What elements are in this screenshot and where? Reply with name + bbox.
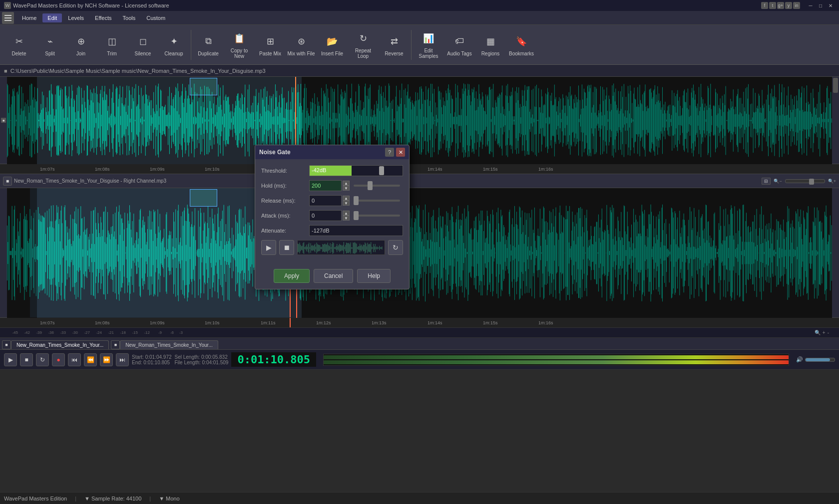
audio-tags-button[interactable]: 🏷 Audio Tags [444, 27, 474, 63]
release-slider-track[interactable] [354, 200, 400, 202]
help-button[interactable]: Help [357, 269, 391, 283]
menu-custom[interactable]: Custom [141, 13, 170, 22]
app-icon: W [4, 2, 11, 9]
reverse-button[interactable]: ⇄ Reverse [379, 27, 409, 63]
social-icon-4[interactable]: y [785, 2, 792, 9]
tab-2[interactable]: New_Roman_Times_Smoke_In_Your... [120, 340, 218, 349]
preview-loop-btn[interactable]: ↻ [388, 240, 403, 255]
next-button[interactable]: ⏭ [116, 353, 129, 366]
stop-button[interactable]: ■ [20, 353, 33, 366]
dialog-help-btn[interactable]: ? [385, 148, 394, 157]
menu-effects[interactable]: Effects [90, 13, 116, 22]
zoom-minus-btn[interactable]: - [828, 330, 829, 335]
attack-slider-track[interactable] [354, 215, 400, 217]
hamburger-menu[interactable] [2, 12, 14, 24]
attack-up-btn[interactable]: ▲ [343, 211, 350, 216]
preview-row: ▶ ⏹ ↻ [261, 240, 403, 255]
maximize-button[interactable]: □ [816, 2, 825, 9]
split-button[interactable]: ⌁ Split [35, 27, 65, 63]
repeat-loop-label: Repeat Loop [349, 48, 377, 59]
close-window-button[interactable]: ✕ [826, 2, 835, 9]
regions-button[interactable]: ▦ Regions [475, 27, 505, 63]
cleanup-button[interactable]: ✦ Cleanup [159, 27, 189, 63]
hold-slider-handle[interactable] [368, 181, 373, 190]
toolbar2-right: ⊟ 🔍− 🔍+ [762, 178, 836, 185]
release-up-btn[interactable]: ▲ [343, 196, 350, 201]
release-input-area: ▲ ▼ [309, 195, 403, 206]
social-icon-3[interactable]: g+ [777, 2, 784, 9]
menu-tools[interactable]: Tools [118, 13, 141, 22]
duplicate-icon: ⧉ [200, 33, 216, 49]
duplicate-button[interactable]: ⧉ Duplicate [193, 27, 223, 63]
track1-thumbnail[interactable] [190, 78, 217, 95]
mix-with-file-button[interactable]: ⊛ Mix with File [286, 27, 316, 63]
attenuate-input-area [309, 225, 403, 236]
attenuate-input[interactable] [312, 228, 392, 234]
threshold-bar[interactable]: -42dB [309, 165, 403, 176]
attack-input[interactable] [312, 213, 334, 219]
tab-1[interactable]: New_Roman_Times_Smoke_In_Your... [11, 340, 109, 349]
track2-side [0, 188, 7, 317]
trim-button[interactable]: ◫ Trim [97, 27, 127, 63]
track1-side: ■ [0, 77, 7, 164]
zoom-plus-btn[interactable]: + [823, 330, 826, 335]
copy-to-new-button[interactable]: 📋 Copy to New [224, 27, 254, 63]
fast-forward-button[interactable]: ⏩ [100, 353, 113, 366]
preview-play-btn[interactable]: ▶ [261, 240, 276, 255]
silence-button[interactable]: ◻ Silence [128, 27, 158, 63]
paste-mix-button[interactable]: ⊞ Paste Mix [255, 27, 285, 63]
volume-slider[interactable] [805, 358, 835, 362]
hold-input[interactable] [312, 183, 334, 189]
edit-samples-button[interactable]: 📊 Edit Samples [414, 27, 443, 63]
split-label: Split [45, 51, 54, 56]
dialog-titlebar[interactable]: Noise Gate ? ✕ [255, 145, 409, 159]
delete-icon: ✂ [11, 33, 27, 49]
zoom-out-btn[interactable]: 🔍 [815, 330, 821, 335]
track1-vscroll[interactable] [832, 77, 839, 164]
bookmarks-button[interactable]: 🔖 Bookmarks [506, 27, 536, 63]
zoom-slider[interactable] [785, 179, 825, 183]
threshold-slider-handle[interactable] [379, 166, 384, 175]
apply-button[interactable]: Apply [274, 269, 310, 283]
hold-up-btn[interactable]: ▲ [343, 181, 350, 186]
loop-button[interactable]: ↻ [36, 353, 49, 366]
delete-button[interactable]: ✂ Delete [4, 27, 34, 63]
hold-slider-track[interactable] [354, 185, 400, 187]
hold-down-btn[interactable]: ▼ [343, 186, 350, 191]
menu-home[interactable]: Home [17, 13, 41, 22]
track2-vscroll[interactable] [832, 188, 839, 317]
track2-icon-btn[interactable]: ■ [3, 177, 12, 186]
tab-icon-btn[interactable]: ■ [2, 340, 11, 349]
release-input[interactable] [312, 198, 334, 204]
menu-edit[interactable]: Edit [42, 13, 62, 22]
preview-stop-btn[interactable]: ⏹ [279, 240, 294, 255]
tab2-icon-btn[interactable]: ■ [111, 340, 120, 349]
zoom-fit-btn[interactable]: ⊟ [762, 178, 771, 185]
attack-slider-handle[interactable] [354, 211, 359, 220]
social-icon-2[interactable]: t [769, 2, 776, 9]
social-icon-1[interactable]: f [761, 2, 768, 9]
toolbar: ✂ Delete ⌁ Split ⊕ Join ◫ Trim ◻ Silence… [0, 25, 839, 65]
track2-name: New_Roman_Times_Smoke_In_Your_Disguise -… [14, 178, 166, 184]
threshold-value: -42dB [312, 167, 326, 173]
speaker-icon[interactable]: 🔊 [796, 356, 803, 363]
insert-file-button[interactable]: 📂 Insert File [317, 27, 347, 63]
minimize-button[interactable]: ─ [806, 2, 815, 9]
split-icon: ⌁ [42, 33, 58, 49]
dialog-buttons: Apply Cancel Help [255, 265, 409, 289]
release-down-btn[interactable]: ▼ [343, 201, 350, 206]
silence-label: Silence [135, 51, 151, 56]
play-button[interactable]: ▶ [4, 353, 17, 366]
dialog-close-btn[interactable]: ✕ [396, 148, 405, 157]
release-slider-handle[interactable] [354, 196, 359, 205]
waveform-track1[interactable] [7, 77, 832, 164]
attack-down-btn[interactable]: ▼ [343, 216, 350, 221]
rewind-button[interactable]: ⏪ [84, 353, 97, 366]
join-button[interactable]: ⊕ Join [66, 27, 96, 63]
social-icon-5[interactable]: in [793, 2, 800, 9]
menu-levels[interactable]: Levels [63, 13, 89, 22]
prev-button[interactable]: ⏮ [68, 353, 81, 366]
cancel-button[interactable]: Cancel [314, 269, 353, 283]
repeat-loop-button[interactable]: ↻ Repeat Loop [348, 27, 378, 63]
record-button[interactable]: ● [52, 353, 65, 366]
